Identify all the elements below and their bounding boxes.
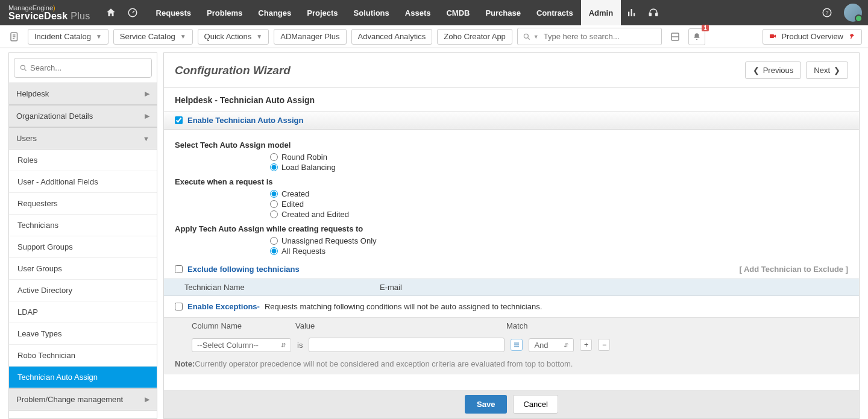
logo: ManageEngine) ServiceDesk Plus bbox=[6, 5, 90, 21]
service-catalog-label: Service Catalog bbox=[120, 32, 175, 41]
product-overview-button[interactable]: Product Overview bbox=[763, 29, 862, 45]
topbar: ManageEngine) ServiceDesk Plus Requests … bbox=[0, 0, 868, 25]
rule-header: Column Name Value Match bbox=[164, 317, 859, 334]
enable-auto-assign-checkbox[interactable] bbox=[175, 116, 183, 124]
exec-edited-radio[interactable] bbox=[270, 200, 278, 208]
exceptions-desc: Requests matching following conditions w… bbox=[265, 302, 542, 311]
sidebar-item-tech-auto-assign[interactable]: Technician Auto Assign bbox=[9, 367, 157, 388]
notif-badge: 1 bbox=[702, 25, 709, 31]
home-icon[interactable] bbox=[102, 4, 119, 21]
nav-admin[interactable]: Admin bbox=[581, 0, 621, 25]
quick-actions-label: Quick Actions bbox=[204, 32, 252, 41]
svg-rect-4 bbox=[649, 13, 651, 16]
service-catalog-dropdown[interactable]: Service Catalog▼ bbox=[113, 29, 193, 45]
help-icon[interactable]: ? bbox=[819, 4, 835, 21]
remove-rule-icon[interactable]: − bbox=[598, 339, 610, 351]
pin-icon bbox=[848, 33, 855, 40]
main-panel: Configuration Wizard ❮Previous Next❯ Hel… bbox=[163, 52, 860, 419]
nav-requests[interactable]: Requests bbox=[148, 0, 200, 25]
sidebar-cat-helpdesk[interactable]: Helpdesk▶ bbox=[9, 83, 157, 105]
cancel-button[interactable]: Cancel bbox=[513, 395, 558, 414]
nav-assets[interactable]: Assets bbox=[397, 0, 439, 25]
sidebar-search[interactable] bbox=[14, 58, 152, 78]
chevron-left-icon: ❮ bbox=[753, 66, 760, 75]
nav-cmdb[interactable]: CMDB bbox=[438, 0, 477, 25]
enable-auto-assign-label: Enable Technician Auto Assign bbox=[187, 116, 303, 125]
scan-icon[interactable] bbox=[667, 28, 684, 45]
page-title: Configuration Wizard bbox=[175, 64, 291, 77]
value-input[interactable] bbox=[309, 338, 505, 352]
admanager-button[interactable]: ADManager Plus bbox=[274, 29, 346, 45]
sidebar-item-robo-technician[interactable]: Robo Technician bbox=[9, 345, 157, 367]
model-round-robin-radio[interactable] bbox=[270, 153, 278, 161]
headset-icon[interactable] bbox=[645, 4, 662, 21]
sidebar-cat-org[interactable]: Organizational Details▶ bbox=[9, 105, 157, 127]
quick-actions-dropdown[interactable]: Quick Actions▼ bbox=[198, 29, 269, 45]
sidebar-item-ldap[interactable]: LDAP bbox=[9, 301, 157, 323]
sidebar: Helpdesk▶ Organizational Details▶ Users▼… bbox=[8, 52, 157, 419]
exceptions-label: Enable Exceptions- bbox=[187, 302, 260, 311]
top-nav: Requests Problems Changes Projects Solut… bbox=[148, 0, 621, 25]
footer-buttons: Save Cancel bbox=[164, 390, 859, 418]
sidebar-item-roles[interactable]: Roles bbox=[9, 150, 157, 171]
gauge-icon[interactable] bbox=[124, 4, 141, 21]
sidebar-item-support-groups[interactable]: Support Groups bbox=[9, 236, 157, 258]
model-load-balancing-radio[interactable] bbox=[270, 163, 278, 171]
nav-contracts[interactable]: Contracts bbox=[529, 0, 581, 25]
add-rule-icon[interactable]: + bbox=[580, 339, 592, 351]
video-icon bbox=[769, 33, 776, 40]
operator-is: is bbox=[297, 341, 303, 350]
exec-created-radio[interactable] bbox=[270, 190, 278, 198]
sidebar-cat-pcm[interactable]: Problem/Change management▶ bbox=[9, 388, 157, 411]
chevron-right-icon: ❯ bbox=[834, 66, 840, 75]
sidebar-search-input[interactable] bbox=[28, 61, 146, 75]
incident-catalog-label: Incident Catalog bbox=[34, 32, 91, 41]
svg-text:?: ? bbox=[825, 10, 828, 16]
sidebar-item-user-groups[interactable]: User Groups bbox=[9, 258, 157, 280]
advanced-analytics-button[interactable]: Advanced Analytics bbox=[351, 29, 433, 45]
exec-created-edited-radio[interactable] bbox=[270, 210, 278, 218]
save-button[interactable]: Save bbox=[465, 395, 507, 414]
exceptions-checkbox[interactable] bbox=[175, 303, 183, 310]
exclude-table-header: Technician Name E-mail bbox=[164, 279, 859, 296]
column-select[interactable]: --Select Column--⇵ bbox=[192, 338, 291, 352]
nav-projects[interactable]: Projects bbox=[299, 0, 345, 25]
subbar: Incident Catalog▼ Service Catalog▼ Quick… bbox=[0, 25, 868, 48]
sidebar-item-active-directory[interactable]: Active Directory bbox=[9, 280, 157, 301]
model-label: Select Tech Auto Assign model bbox=[175, 140, 848, 150]
search-icon bbox=[19, 64, 28, 72]
section-title: Helpdesk - Technician Auto Assign bbox=[164, 88, 859, 111]
svg-rect-3 bbox=[634, 13, 635, 16]
match-select[interactable]: And⇵ bbox=[529, 338, 574, 352]
exclude-checkbox[interactable] bbox=[175, 265, 183, 273]
chevron-right-icon: ▶ bbox=[145, 395, 149, 403]
svg-point-12 bbox=[20, 65, 25, 69]
nav-purchase[interactable]: Purchase bbox=[477, 0, 529, 25]
value-picker-icon[interactable] bbox=[511, 339, 523, 351]
nav-solutions[interactable]: Solutions bbox=[346, 0, 397, 25]
search-input[interactable] bbox=[541, 30, 656, 43]
apply-unassigned-radio[interactable] bbox=[270, 237, 278, 245]
nav-changes[interactable]: Changes bbox=[250, 0, 299, 25]
exclude-label: Exclude following technicians bbox=[187, 265, 300, 274]
apply-all-radio[interactable] bbox=[270, 247, 278, 255]
sidebar-item-user-additional[interactable]: User - Additional Fields bbox=[9, 171, 157, 193]
zoho-creator-button[interactable]: Zoho Creator App bbox=[437, 29, 512, 45]
form-icon[interactable] bbox=[6, 28, 23, 45]
search-icon bbox=[523, 33, 531, 41]
nav-problems[interactable]: Problems bbox=[199, 0, 250, 25]
sidebar-item-leave-types[interactable]: Leave Types bbox=[9, 323, 157, 345]
next-button[interactable]: Next❯ bbox=[806, 61, 848, 79]
product-overview-label: Product Overview bbox=[781, 32, 843, 41]
sidebar-item-technicians[interactable]: Technicians bbox=[9, 215, 157, 236]
svg-point-9 bbox=[524, 34, 528, 38]
global-search[interactable]: ▼ bbox=[517, 28, 662, 45]
incident-catalog-dropdown[interactable]: Incident Catalog▼ bbox=[28, 29, 108, 45]
add-exclude-button[interactable]: [ Add Technician to Exclude ] bbox=[739, 265, 848, 274]
previous-button[interactable]: ❮Previous bbox=[745, 61, 802, 79]
avatar[interactable] bbox=[844, 4, 862, 22]
note-row: Note:Currently operator precedence will … bbox=[164, 356, 859, 374]
reports-icon[interactable] bbox=[623, 4, 640, 21]
sidebar-cat-users[interactable]: Users▼ bbox=[9, 127, 157, 150]
sidebar-item-requesters[interactable]: Requesters bbox=[9, 193, 157, 215]
